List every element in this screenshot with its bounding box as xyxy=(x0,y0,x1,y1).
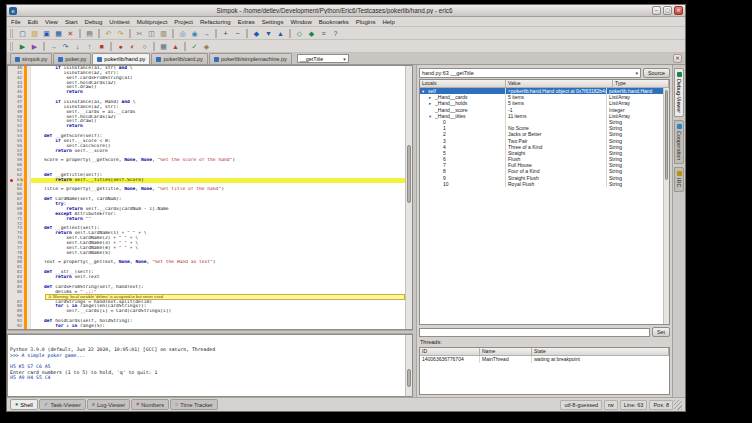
set-filter-button[interactable]: Set xyxy=(652,327,670,337)
sidetab-debug-viewer[interactable]: Debug-Viewer xyxy=(674,68,684,117)
menu-item[interactable]: Plugins xyxy=(356,19,376,25)
menu-item[interactable]: Refactoring xyxy=(200,19,231,25)
MainThread[interactable]: 140063636776704 MainThread waiting at br… xyxy=(420,356,669,363)
run-script-icon[interactable]: ▶ xyxy=(17,41,28,52)
line-number-margin[interactable]: 92 xyxy=(8,324,24,329)
close-button[interactable]: ✕ xyxy=(674,6,683,15)
unittest-icon[interactable]: ✓ xyxy=(189,41,200,52)
col-header-state[interactable]: State xyxy=(532,348,669,355)
tabbar-close-button[interactable]: ✕ xyxy=(673,54,682,63)
symbol-combo[interactable]: __getTitle ▾ xyxy=(297,54,349,63)
menu-item[interactable]: Unittest xyxy=(109,19,129,25)
toolbar-separator[interactable] xyxy=(129,29,131,38)
scrollbar-thumb[interactable] xyxy=(407,145,411,203)
next-breakpoint-icon[interactable]: ◐ xyxy=(127,41,138,52)
toolbar-handle[interactable] xyxy=(10,42,13,51)
exceptions-icon[interactable]: ▲ xyxy=(170,41,181,52)
bookmark-icon[interactable]: ◆ xyxy=(251,28,262,39)
menu-item[interactable]: File xyxy=(11,19,21,25)
scrollbar-thumb[interactable] xyxy=(665,90,668,180)
menu-item[interactable]: Help xyxy=(382,19,394,25)
toolbar-separator[interactable] xyxy=(153,42,155,51)
print-icon[interactable]: ▤ xyxy=(84,28,95,39)
new-project-icon[interactable]: ◇ xyxy=(294,28,305,39)
toggle-breakpoint-icon[interactable]: ● xyxy=(115,41,126,52)
open-project-icon[interactable]: ◆ xyxy=(306,28,317,39)
search-icon[interactable]: ◎ xyxy=(177,28,188,39)
menu-item[interactable]: Extras xyxy=(238,19,255,25)
minimize-button[interactable]: – xyxy=(652,6,661,15)
tab-pokerlib-simplemachine[interactable]: pokerlib/simplemachine.py xyxy=(209,53,292,64)
threads-table[interactable]: ID Name State 140063636776704 MainThread… xyxy=(419,347,670,395)
toolbar-separator[interactable] xyxy=(289,29,291,38)
menu-item[interactable]: Start xyxy=(65,19,78,25)
debug-script-icon[interactable]: ▶ xyxy=(29,41,40,52)
shell-output[interactable]: Python 3.9.0 (default, Jun 23 2020, 10:0… xyxy=(8,335,405,396)
save-all-icon[interactable]: ▦ xyxy=(53,28,64,39)
preferences-icon[interactable]: ≡ xyxy=(318,28,329,39)
step-out-icon[interactable]: ↑ xyxy=(84,41,95,52)
col-header-locals[interactable]: Locals xyxy=(420,80,506,87)
tab-poker[interactable]: poker.py xyxy=(53,53,91,64)
variables-icon[interactable]: ▦ xyxy=(158,41,169,52)
stop-debug-icon[interactable]: ■ xyxy=(96,41,107,52)
step-over-icon[interactable]: ↷ xyxy=(60,41,71,52)
menu-item[interactable]: Window xyxy=(290,19,311,25)
toolbar-separator[interactable] xyxy=(172,29,174,38)
bookmark-prev-icon[interactable]: ▲ xyxy=(275,28,286,39)
menu-item[interactable]: Settings xyxy=(262,19,284,25)
toolbar-separator[interactable] xyxy=(184,42,186,51)
col-header-type[interactable]: Type xyxy=(613,80,669,87)
tab-pokerlib-card[interactable]: pokerlib/card.py xyxy=(151,53,208,64)
bookmark-next-icon[interactable]: ▼ xyxy=(263,28,274,39)
new-icon[interactable]: ▢ xyxy=(17,28,28,39)
menu-item[interactable]: Bookmarks xyxy=(319,19,349,25)
code-editor[interactable]: 40 if isinstance(a1, str) and \ 41 isins… xyxy=(7,65,413,330)
source-button[interactable]: Source xyxy=(643,68,670,78)
10[interactable]: 10 Royal Flush String xyxy=(420,181,663,187)
clear-breakpoints-icon[interactable]: ○ xyxy=(139,41,150,52)
sidetab-cooperation[interactable]: Cooperation xyxy=(674,120,684,164)
redo-icon[interactable]: ↷ xyxy=(115,28,126,39)
step-into-icon[interactable]: ↓ xyxy=(72,41,83,52)
stack-frame-combo[interactable]: hand.py:63 __getTitle ▾ xyxy=(419,68,641,78)
col-header-id[interactable]: ID xyxy=(420,348,480,355)
tab-simpok[interactable]: simpok.py xyxy=(10,53,52,64)
locals-table[interactable]: Locals Value Type ▾self <pokerlib.hand.H… xyxy=(419,79,670,325)
menu-item[interactable]: Edit xyxy=(28,19,38,25)
continue-icon[interactable]: → xyxy=(48,41,59,52)
variables-filter-input[interactable] xyxy=(419,328,650,337)
toolbar-handle[interactable] xyxy=(10,29,13,38)
col-header-value[interactable]: Value xyxy=(506,80,613,87)
bottomtab-numbers[interactable]: # Numbers xyxy=(131,399,169,410)
bottomtab-task-viewer[interactable]: ✓ Task-Viewer xyxy=(39,399,86,410)
col-header-name[interactable]: Name xyxy=(480,348,532,355)
sidetab-irc[interactable]: IRC xyxy=(674,167,684,191)
toolbar-separator[interactable] xyxy=(98,29,100,38)
menu-item[interactable]: Debug xyxy=(85,19,103,25)
tab-pokerlib-hand[interactable]: pokerlib/hand.py xyxy=(92,53,150,64)
titlebar[interactable]: e Simpok - /home/detlev/Development/Pyth… xyxy=(7,5,685,17)
toolbar-separator[interactable] xyxy=(246,29,248,38)
zoom-out-icon[interactable]: − xyxy=(232,28,243,39)
help-icon[interactable]: ? xyxy=(330,28,341,39)
menu-item[interactable]: Project xyxy=(174,19,193,25)
cut-icon[interactable]: ✂ xyxy=(134,28,145,39)
toolbar-separator[interactable] xyxy=(110,42,112,51)
menu-item[interactable]: Multiproject xyxy=(137,19,168,25)
save-icon[interactable]: ▣ xyxy=(41,28,52,39)
goto-icon[interactable]: → xyxy=(201,28,212,39)
replace-icon[interactable]: ◉ xyxy=(189,28,200,39)
close-file-icon[interactable]: ✕ xyxy=(65,28,76,39)
shell-scrollbar[interactable] xyxy=(405,335,412,396)
editor-scrollbar[interactable] xyxy=(405,66,412,329)
menu-item[interactable]: View xyxy=(45,19,58,25)
profile-icon[interactable]: ◈ xyxy=(201,41,212,52)
toolbar-separator[interactable] xyxy=(215,29,217,38)
toolbar-separator[interactable] xyxy=(79,29,81,38)
scrollbar-thumb[interactable] xyxy=(407,369,411,387)
maximize-button[interactable]: ▢ xyxy=(663,6,672,15)
toolbar-separator[interactable] xyxy=(43,42,45,51)
bottomtab-time-tracker[interactable]: ○ Time Tracker xyxy=(170,399,218,410)
size-grip[interactable] xyxy=(674,400,682,410)
